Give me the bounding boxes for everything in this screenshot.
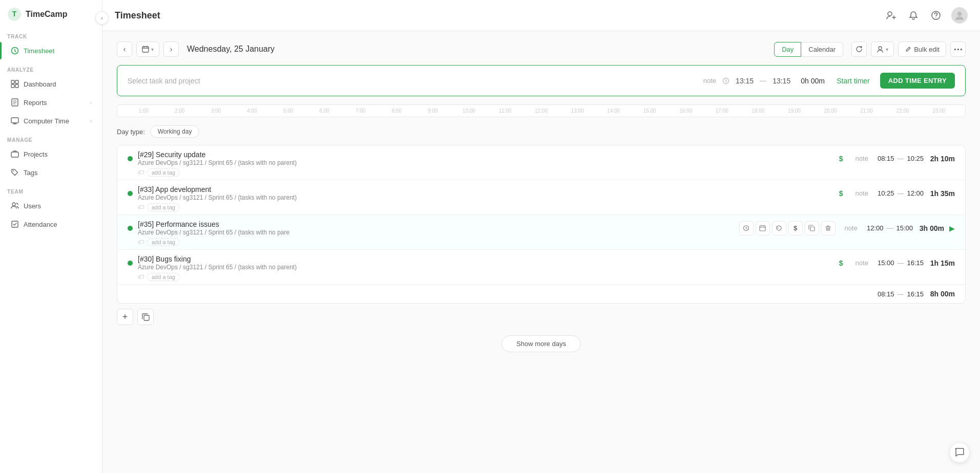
content-area: ‹ ▾ › Wednesday, 25 January Day Calendar… xyxy=(102,31,980,473)
day-type-badge[interactable]: Working day xyxy=(150,125,199,138)
note-btn-4[interactable]: note xyxy=(851,259,872,267)
sidebar-item-computer-time[interactable]: Computer Time › xyxy=(3,112,99,130)
note-btn-2[interactable]: note xyxy=(851,189,872,197)
sidebar-item-attendance[interactable]: Attendance xyxy=(3,216,99,233)
sidebar-item-projects[interactable]: Projects xyxy=(3,145,99,163)
note-label[interactable]: note xyxy=(703,77,716,84)
start-time-4[interactable]: 15:00 xyxy=(878,259,894,267)
tick-14: 14:00 xyxy=(595,108,632,114)
tag-icon-4: 🏷 xyxy=(138,273,144,281)
entry-actions: $ xyxy=(739,221,836,235)
task-select-placeholder[interactable]: Select task and project xyxy=(128,77,697,85)
entry-times-4: 15:00 — 16:15 1h 15m xyxy=(878,259,955,267)
history-action-btn[interactable] xyxy=(772,221,786,235)
add-tag-btn-1[interactable]: add a tag xyxy=(147,168,180,177)
entry-project: Azure DevOps / sg3121 / Sprint 65 / (tas… xyxy=(138,159,831,166)
start-time-1[interactable]: 08:15 xyxy=(878,155,894,162)
play-btn-3[interactable]: ▶ xyxy=(949,224,955,232)
billing-icon-2[interactable]: $ xyxy=(836,189,846,198)
sidebar-item-reports[interactable]: Reports › xyxy=(3,94,99,111)
notification-icon[interactable] xyxy=(906,8,921,23)
table-row: [#30] Bugs fixing Azure DevOps / sg3121 … xyxy=(117,250,965,284)
end-time-1[interactable]: 10:25 xyxy=(907,155,924,162)
timer-action-btn[interactable] xyxy=(739,221,754,235)
entry-times-3: 12:00 — 15:00 3h 00m ▶ xyxy=(867,224,955,232)
entry-title[interactable]: [#33] App development xyxy=(138,185,831,193)
delete-action-btn[interactable] xyxy=(821,221,836,235)
add-time-entry-btn[interactable]: ADD TIME ENTRY xyxy=(880,73,955,89)
avatar[interactable] xyxy=(951,7,968,24)
billing-icon-1[interactable]: $ xyxy=(836,155,846,163)
bulk-edit-label: Bulk edit xyxy=(914,46,940,53)
dashboard-icon xyxy=(10,79,19,89)
show-more-btn[interactable]: Show more days xyxy=(502,335,581,352)
entry-title[interactable]: [#29] Security update xyxy=(138,150,831,159)
tick-17: 17:00 xyxy=(704,108,740,114)
attendance-icon xyxy=(10,220,19,229)
entry-title[interactable]: [#35] Performance issues xyxy=(138,220,734,228)
add-tag-btn-3[interactable]: add a tag xyxy=(147,238,180,246)
add-entry-bottom-btn[interactable]: + xyxy=(117,309,133,325)
dash-3: — xyxy=(886,224,893,232)
end-time-2[interactable]: 12:00 xyxy=(907,189,924,197)
add-user-icon[interactable] xyxy=(884,8,898,23)
help-icon[interactable] xyxy=(929,8,943,23)
reports-icon xyxy=(10,98,19,107)
total-row: 08:15 — 16:15 8h 00m xyxy=(117,284,965,303)
day-view-btn[interactable]: Day xyxy=(774,42,801,57)
new-entry-end-time[interactable]: 13:15 xyxy=(773,77,790,85)
tag-icon-2: 🏷 xyxy=(138,204,144,211)
tag-icon-1: 🏷 xyxy=(138,169,144,176)
svg-point-16 xyxy=(957,12,962,16)
sidebar-item-users[interactable]: Users xyxy=(3,197,99,214)
dash-1: — xyxy=(897,155,904,162)
svg-rect-22 xyxy=(810,227,815,231)
tick-23: 23:00 xyxy=(921,108,957,114)
svg-rect-17 xyxy=(142,47,149,52)
calendar-picker-btn[interactable]: ▾ xyxy=(136,41,159,57)
billing-icon-4[interactable]: $ xyxy=(836,259,846,267)
total-end-time: 16:15 xyxy=(907,290,924,298)
tick-12: 12:00 xyxy=(523,108,559,114)
sidebar-reports-label: Reports xyxy=(24,99,47,106)
tick-2: 2:00 xyxy=(162,108,198,114)
duration-4: 1h 15m xyxy=(927,259,955,267)
chat-bubble[interactable] xyxy=(949,442,970,463)
tick-11: 11:00 xyxy=(487,108,524,114)
entry-active-dot xyxy=(128,226,133,231)
entry-title[interactable]: [#30] Bugs fixing xyxy=(138,255,831,263)
copy-entries-btn[interactable] xyxy=(137,309,154,325)
tick-10: 10:00 xyxy=(451,108,487,114)
start-time-2[interactable]: 10:25 xyxy=(878,189,894,197)
sidebar-item-tags[interactable]: Tags xyxy=(3,164,99,181)
svg-point-18 xyxy=(879,47,882,50)
add-tag-btn-2[interactable]: add a tag xyxy=(147,203,180,211)
note-btn-3[interactable]: note xyxy=(841,224,862,232)
sidebar-projects-label: Projects xyxy=(24,150,48,158)
chat-icon xyxy=(954,447,965,458)
prev-day-btn[interactable]: ‹ xyxy=(117,41,132,57)
entry-project: Azure DevOps / sg3121 / Sprint 65 / (tas… xyxy=(138,264,831,271)
add-tag-btn-4[interactable]: add a tag xyxy=(147,273,180,281)
bulk-edit-btn[interactable]: Bulk edit xyxy=(898,41,946,57)
copy-action-btn[interactable] xyxy=(805,221,819,235)
sidebar-item-timesheet[interactable]: Timesheet xyxy=(3,42,99,59)
calendar-action-btn[interactable] xyxy=(756,221,770,235)
more-options-btn[interactable]: ⋯ xyxy=(950,41,966,57)
billing-action-btn[interactable]: $ xyxy=(788,221,803,235)
svg-rect-3 xyxy=(11,80,14,83)
entry-project: Azure DevOps / sg3121 / Sprint 65 / (tas… xyxy=(138,229,734,236)
calendar-view-btn[interactable]: Calendar xyxy=(801,42,843,57)
refresh-btn[interactable] xyxy=(851,41,867,57)
sidebar-collapse-btn[interactable]: ‹ xyxy=(95,11,109,25)
new-entry-start-time[interactable]: 13:15 xyxy=(736,77,754,85)
start-timer-btn[interactable]: Start timer xyxy=(832,77,874,85)
next-day-btn[interactable]: › xyxy=(163,41,179,57)
sidebar-section-track: TRACK xyxy=(0,27,102,41)
start-time-3[interactable]: 12:00 xyxy=(867,224,884,232)
end-time-3[interactable]: 15:00 xyxy=(896,224,913,232)
sidebar-item-dashboard[interactable]: Dashboard xyxy=(3,75,99,93)
end-time-4[interactable]: 16:15 xyxy=(907,259,924,267)
user-filter-btn[interactable]: ▾ xyxy=(871,41,894,57)
note-btn-1[interactable]: note xyxy=(851,155,872,162)
